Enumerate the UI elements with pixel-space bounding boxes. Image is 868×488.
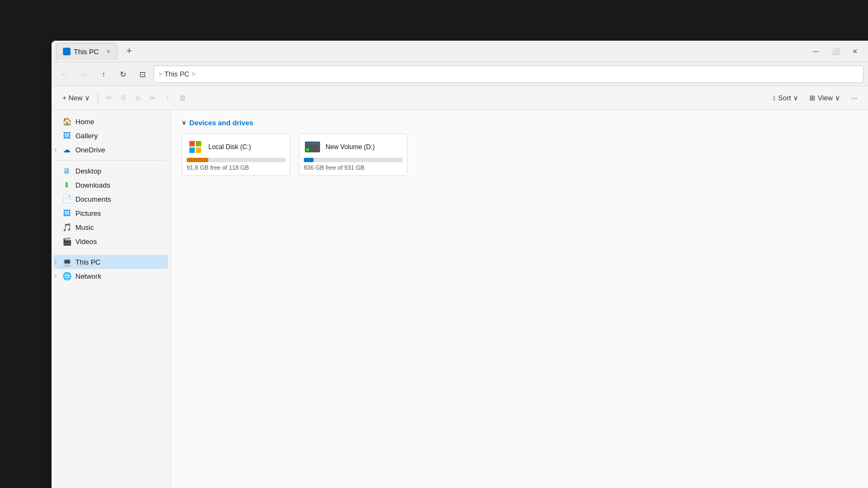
sort-icon: ↕: [773, 94, 776, 102]
toolbar-right: ↕ Sort ∨ ⊞ View ∨ ···: [768, 89, 861, 107]
view-icon: ⊞: [809, 94, 815, 102]
address-bar[interactable]: > This PC >: [154, 66, 864, 83]
drive-d[interactable]: New Volume (D:) 836 GB free of 931 GB: [299, 133, 407, 176]
sort-label: Sort: [778, 94, 791, 102]
sidebar-label-music: Music: [75, 223, 94, 232]
title-bar: This PC × + — ⬜ ✕: [52, 41, 868, 62]
drive-d-name: New Volume (D:): [326, 143, 375, 151]
tab-title: This PC: [74, 48, 99, 56]
drive-d-free: 836 GB free of 931 GB: [304, 164, 403, 171]
back-button[interactable]: ←: [56, 66, 73, 83]
sidebar-label-videos: Videos: [75, 237, 97, 246]
drive-d-icon: [304, 138, 321, 156]
sidebar-item-videos[interactable]: 🎬 Videos 📌: [54, 234, 168, 248]
cut-icon: ✂: [106, 94, 112, 102]
home-icon: 🏠: [62, 117, 71, 126]
drive-c-free: 91.8 GB free of 118 GB: [187, 164, 285, 171]
toolbar: + New ∨ ✂ ⎘ ⎗ ✏ ↑ 🗑 ↕ Sort ∨: [52, 86, 868, 110]
new-tab-button[interactable]: +: [122, 44, 137, 59]
sort-button[interactable]: ↕ Sort ∨: [768, 89, 803, 107]
more-icon: ···: [851, 94, 857, 102]
sidebar-item-downloads[interactable]: ⬇ Downloads 📌: [54, 178, 168, 192]
network-icon: 🌐: [62, 272, 71, 280]
drive-c-icon: [187, 138, 204, 156]
videos-icon: 🎬: [62, 237, 71, 246]
maximize-button[interactable]: ⬜: [827, 44, 844, 59]
copy-icon: ⎘: [122, 94, 126, 102]
network-expand-icon: ›: [55, 273, 56, 279]
sort-arrow: ∨: [793, 94, 799, 102]
forward-button[interactable]: →: [75, 66, 93, 83]
new-button[interactable]: + New ∨: [58, 89, 94, 107]
rename-button[interactable]: ✏: [145, 89, 160, 107]
tab-close-button[interactable]: ×: [106, 48, 110, 55]
share-icon: ↑: [165, 94, 169, 102]
sidebar-item-documents[interactable]: 📄 Documents 📌: [54, 192, 168, 206]
sidebar-label-desktop: Desktop: [75, 167, 101, 175]
sidebar-item-desktop[interactable]: 🖥 Desktop 📌: [54, 164, 168, 178]
sidebar-label-documents: Documents: [75, 195, 111, 203]
desktop-icon: 🖥: [62, 166, 71, 175]
rename-icon: ✏: [150, 94, 156, 102]
sidebar-label-network: Network: [75, 272, 101, 280]
new-arrow: ∨: [85, 94, 90, 102]
pictures-icon: 🖼: [62, 209, 71, 217]
thispc-icon: 💻: [62, 258, 71, 266]
sidebar-label-thispc: This PC: [75, 258, 100, 266]
up-button[interactable]: ↑: [95, 66, 112, 83]
drive-d-hdd-icon: [305, 142, 320, 152]
gallery-icon: 🖼: [62, 131, 71, 140]
sidebar-item-home[interactable]: 🏠 Home: [54, 114, 168, 129]
devices-section-header[interactable]: ∨ Devices and drives: [182, 119, 857, 127]
delete-button[interactable]: 🗑: [175, 89, 190, 107]
desktop-button[interactable]: ⊡: [134, 66, 151, 83]
close-button[interactable]: ✕: [846, 44, 864, 59]
documents-icon: 📄: [62, 195, 71, 203]
paste-icon: ⎗: [136, 94, 140, 102]
drive-c-top: Local Disk (C:): [187, 138, 285, 156]
drive-d-bar: [304, 158, 403, 162]
onedrive-expand-icon: ›: [55, 147, 56, 153]
section-chevron: ∨: [182, 119, 186, 126]
minimize-button[interactable]: —: [807, 44, 825, 59]
section-title: Devices and drives: [189, 119, 253, 127]
drive-c-name: Local Disk (C:): [208, 143, 251, 151]
thispc-expand-icon: ›: [55, 259, 56, 265]
drive-d-top: New Volume (D:): [304, 138, 403, 156]
main-panel: ∨ Devices and drives: [171, 110, 868, 488]
sidebar: 🏠 Home 🖼 Gallery › ☁ OneDrive 🖥 Desktop …: [52, 110, 171, 488]
cut-button[interactable]: ✂: [101, 89, 116, 107]
sidebar-item-gallery[interactable]: 🖼 Gallery: [54, 129, 168, 143]
address-sep: >: [158, 70, 162, 78]
sidebar-label-onedrive: OneDrive: [75, 146, 105, 154]
sidebar-item-network[interactable]: › 🌐 Network: [54, 269, 168, 283]
active-tab[interactable]: This PC ×: [56, 43, 117, 60]
drives-grid: Local Disk (C:) 91.8 GB free of 118 GB N…: [182, 133, 857, 176]
drive-c[interactable]: Local Disk (C:) 91.8 GB free of 118 GB: [182, 133, 290, 176]
toolbar-separator-1: [98, 93, 98, 104]
content-area: 🏠 Home 🖼 Gallery › ☁ OneDrive 🖥 Desktop …: [52, 110, 868, 488]
paste-button[interactable]: ⎗: [131, 89, 144, 107]
downloads-icon: ⬇: [62, 181, 71, 189]
drive-c-bar: [187, 158, 285, 162]
sidebar-label-pictures: Pictures: [75, 209, 101, 217]
sidebar-item-thispc[interactable]: › 💻 This PC: [54, 255, 168, 269]
share-button[interactable]: ↑: [161, 89, 174, 107]
navigation-bar: ← → ↑ ↻ ⊡ > This PC >: [52, 62, 868, 86]
onedrive-icon: ☁: [62, 145, 71, 154]
tab-icon: [63, 48, 71, 55]
sidebar-divider-1: [56, 160, 166, 160]
drive-c-fill: [187, 158, 208, 162]
copy-button[interactable]: ⎘: [117, 89, 130, 107]
sidebar-item-pictures[interactable]: 🖼 Pictures 📌: [54, 206, 168, 220]
delete-icon: 🗑: [179, 94, 186, 102]
sidebar-item-music[interactable]: 🎵 Music 📌: [54, 220, 168, 234]
sidebar-label-home: Home: [75, 118, 94, 126]
refresh-button[interactable]: ↻: [114, 66, 132, 83]
view-label: View: [818, 94, 833, 102]
breadcrumb-thispc[interactable]: This PC: [164, 70, 189, 78]
sidebar-item-onedrive[interactable]: › ☁ OneDrive: [54, 143, 168, 157]
view-button[interactable]: ⊞ View ∨: [805, 89, 845, 107]
more-button[interactable]: ···: [847, 89, 861, 107]
sidebar-label-gallery: Gallery: [75, 132, 98, 140]
